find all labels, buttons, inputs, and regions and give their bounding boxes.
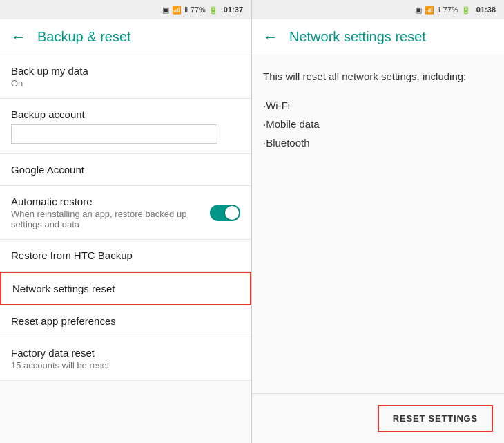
left-back-button[interactable]: ←	[11, 28, 26, 46]
wifi-icon: 📶	[172, 6, 182, 15]
bluetooth-item: ·Bluetooth	[263, 133, 493, 152]
restore-htc-title: Restore from HTC Backup	[11, 249, 240, 261]
wifi-item: ·Wi-Fi	[263, 96, 493, 115]
battery-percent: 77%	[191, 6, 206, 14]
back-up-my-data-subtitle: On	[11, 78, 240, 88]
left-time: 01:37	[224, 6, 243, 14]
left-toolbar-title: Backup & reset	[37, 29, 131, 45]
reset-button-container: RESET SETTINGS	[252, 393, 504, 443]
left-phone-panel: ▣ 📶 Ⅱ 77% 🔋 01:37 ← Backup & reset Back …	[0, 0, 252, 443]
battery-icon: 🔋	[209, 6, 218, 15]
back-up-my-data-item[interactable]: Back up my data On	[0, 55, 251, 99]
mobile-data-item: ·Mobile data	[263, 115, 493, 133]
right-battery-icon: 🔋	[461, 6, 471, 15]
reset-settings-button[interactable]: RESET SETTINGS	[378, 405, 493, 432]
network-content: This will reset all network settings, in…	[252, 55, 504, 393]
reset-app-preferences-item[interactable]: Reset app preferences	[0, 305, 251, 337]
right-time: 01:38	[476, 6, 496, 14]
backup-account-item[interactable]: Backup account	[0, 99, 251, 154]
automatic-restore-toggle[interactable]	[210, 205, 240, 221]
restore-htc-item[interactable]: Restore from HTC Backup	[0, 240, 251, 272]
backup-account-box[interactable]	[11, 124, 217, 144]
automatic-restore-title: Automatic restore	[11, 196, 210, 207]
network-settings-reset-title: Network settings reset	[12, 283, 239, 294]
signal-bars-icon: Ⅱ	[184, 6, 188, 15]
left-content: Back up my data On Backup account Google…	[0, 55, 251, 443]
factory-data-reset-subtitle: 15 accounts will be reset	[11, 360, 240, 370]
right-sim-icon: ▣	[415, 6, 422, 15]
right-back-button[interactable]: ←	[263, 28, 278, 46]
backup-account-title: Backup account	[11, 109, 240, 120]
right-toolbar-title: Network settings reset	[289, 29, 426, 45]
automatic-restore-item[interactable]: Automatic restore When reinstalling an a…	[0, 186, 251, 240]
network-settings-reset-item[interactable]: Network settings reset	[0, 272, 251, 305]
right-toolbar: ← Network settings reset	[252, 19, 504, 55]
google-account-title: Google Account	[11, 164, 240, 176]
automatic-restore-subtitle: When reinstalling an app, restore backed…	[11, 209, 210, 229]
back-up-my-data-title: Back up my data	[11, 65, 240, 77]
google-account-item[interactable]: Google Account	[0, 154, 251, 186]
network-list: ·Wi-Fi ·Mobile data ·Bluetooth	[263, 96, 493, 152]
sim-icon: ▣	[162, 6, 169, 15]
network-description: This will reset all network settings, in…	[263, 69, 493, 85]
factory-data-reset-item[interactable]: Factory data reset 15 accounts will be r…	[0, 337, 251, 381]
right-status-bar: ▣ 📶 Ⅱ 77% 🔋 01:38	[252, 0, 504, 19]
reset-app-preferences-title: Reset app preferences	[11, 315, 240, 327]
right-battery-percent: 77%	[443, 6, 458, 14]
right-phone-panel: ▣ 📶 Ⅱ 77% 🔋 01:38 ← Network settings res…	[252, 0, 504, 443]
right-wifi-icon: 📶	[425, 6, 434, 15]
left-status-bar: ▣ 📶 Ⅱ 77% 🔋 01:37	[0, 0, 251, 19]
left-toolbar: ← Backup & reset	[0, 19, 251, 55]
right-signal-bars-icon: Ⅱ	[437, 6, 440, 15]
factory-data-reset-title: Factory data reset	[11, 347, 240, 359]
